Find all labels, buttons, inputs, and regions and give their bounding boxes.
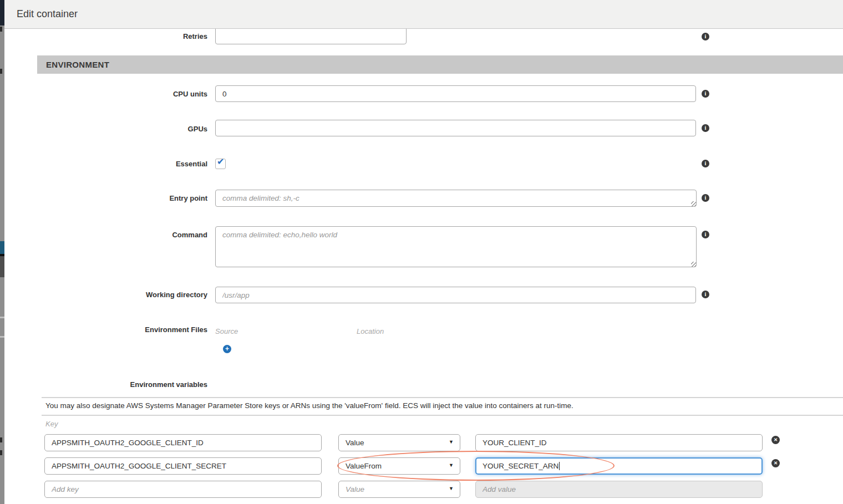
essential-checkbox[interactable]: ✔ <box>215 159 226 169</box>
background-divider-fragment <box>0 317 4 318</box>
entry-point-input[interactable] <box>215 190 697 207</box>
command-label: Command <box>4 231 207 239</box>
info-icon[interactable]: i <box>702 194 709 202</box>
environment-files-label: Environment Files <box>4 325 207 334</box>
info-icon[interactable]: i <box>702 90 709 98</box>
chevron-down-icon: ▼ <box>449 462 454 468</box>
gpus-input[interactable] <box>215 120 696 136</box>
environment-section-header: ENVIRONMENT <box>37 55 843 74</box>
delete-x-icon: ✕ <box>774 437 778 442</box>
essential-label: Essential <box>4 160 207 168</box>
background-divider-fragment <box>0 336 4 338</box>
background-dark-fragment <box>0 256 4 277</box>
info-icon[interactable]: i <box>702 231 709 238</box>
environment-section-label: ENVIRONMENT <box>46 55 109 74</box>
checkmark-icon: ✔ <box>217 156 224 167</box>
info-icon[interactable]: i <box>702 124 709 132</box>
env-var-value-input-focused[interactable]: YOUR_SECRET_ARN <box>475 457 763 475</box>
info-icon[interactable]: i <box>702 291 709 298</box>
env-var-type-select[interactable]: Value ▼ <box>338 481 460 498</box>
panel-header: Edit container <box>4 0 843 29</box>
background-page-sliver <box>0 0 4 504</box>
env-var-type-select[interactable]: Value ▼ <box>338 434 460 451</box>
env-var-key-input[interactable] <box>44 434 322 451</box>
text-cursor <box>559 462 560 470</box>
add-environment-file-button[interactable]: + <box>223 345 231 353</box>
screen: Edit container Retries i ENVIRONMENT CPU… <box>0 0 843 504</box>
selected-option-label: Value <box>346 485 364 493</box>
remove-env-var-button[interactable]: ✕ <box>771 459 780 467</box>
selected-option-label: ValueFrom <box>346 462 382 470</box>
plus-icon: + <box>225 345 229 353</box>
resize-grip-icon[interactable] <box>691 201 696 206</box>
background-blue-fragment <box>0 241 4 254</box>
edit-container-panel: Edit container Retries i ENVIRONMENT CPU… <box>4 0 843 504</box>
source-column-header: Source <box>215 327 238 335</box>
environment-variables-label: Environment variables <box>4 380 207 389</box>
selected-option-label: Value <box>346 439 364 447</box>
env-var-value-input[interactable] <box>475 434 763 451</box>
background-text-fragment <box>0 69 2 74</box>
cpu-units-input[interactable] <box>215 85 696 102</box>
env-var-value-text: YOUR_SECRET_ARN <box>483 462 558 470</box>
entry-point-label: Entry point <box>4 194 207 202</box>
chevron-down-icon: ▼ <box>449 439 454 445</box>
resize-grip-icon[interactable] <box>691 262 696 267</box>
remove-env-var-button[interactable]: ✕ <box>771 436 780 444</box>
key-column-header: Key <box>45 420 58 428</box>
env-var-key-input[interactable] <box>44 457 322 475</box>
working-directory-input[interactable] <box>215 287 696 303</box>
background-text-fragment <box>0 450 2 455</box>
background-text-fragment <box>0 27 2 32</box>
env-var-key-input[interactable] <box>44 481 322 498</box>
env-var-value-input[interactable] <box>475 481 763 498</box>
background-text-fragment <box>0 437 2 442</box>
location-column-header: Location <box>357 327 384 335</box>
info-icon[interactable]: i <box>702 33 709 40</box>
environment-variables-note: You may also designate AWS Systems Manag… <box>45 401 573 410</box>
background-topbar-fragment <box>0 0 4 26</box>
divider <box>42 397 843 398</box>
divider <box>42 415 843 416</box>
env-var-type-select[interactable]: ValueFrom ▼ <box>338 457 460 475</box>
panel-title: Edit container <box>17 8 78 20</box>
gpus-label: GPUs <box>4 125 207 133</box>
retries-label: Retries <box>4 32 207 40</box>
delete-x-icon: ✕ <box>774 460 778 466</box>
chevron-down-icon: ▼ <box>449 486 454 491</box>
command-input[interactable] <box>215 226 697 267</box>
info-icon[interactable]: i <box>702 160 709 167</box>
working-directory-label: Working directory <box>4 291 207 299</box>
cpu-units-label: CPU units <box>4 90 207 98</box>
